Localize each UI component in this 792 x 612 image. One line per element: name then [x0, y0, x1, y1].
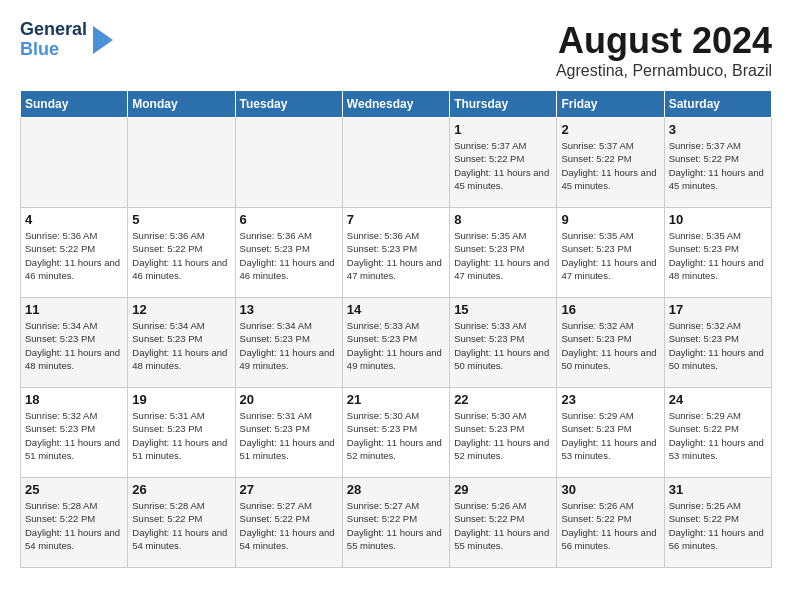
day-info: Sunrise: 5:31 AM Sunset: 5:23 PM Dayligh…	[240, 409, 338, 462]
calendar-cell: 2Sunrise: 5:37 AM Sunset: 5:22 PM Daylig…	[557, 118, 664, 208]
day-info: Sunrise: 5:37 AM Sunset: 5:22 PM Dayligh…	[454, 139, 552, 192]
calendar-header-row: SundayMondayTuesdayWednesdayThursdayFrid…	[21, 91, 772, 118]
day-info: Sunrise: 5:32 AM Sunset: 5:23 PM Dayligh…	[25, 409, 123, 462]
day-number: 27	[240, 482, 338, 497]
logo-arrow-icon	[93, 26, 113, 54]
day-number: 3	[669, 122, 767, 137]
calendar-cell: 6Sunrise: 5:36 AM Sunset: 5:23 PM Daylig…	[235, 208, 342, 298]
day-of-week-header: Monday	[128, 91, 235, 118]
page-header: GeneralBlue August 2024 Agrestina, Perna…	[20, 20, 772, 80]
day-of-week-header: Wednesday	[342, 91, 449, 118]
day-number: 10	[669, 212, 767, 227]
day-number: 18	[25, 392, 123, 407]
day-info: Sunrise: 5:29 AM Sunset: 5:22 PM Dayligh…	[669, 409, 767, 462]
calendar-cell: 19Sunrise: 5:31 AM Sunset: 5:23 PM Dayli…	[128, 388, 235, 478]
day-number: 7	[347, 212, 445, 227]
day-info: Sunrise: 5:36 AM Sunset: 5:22 PM Dayligh…	[25, 229, 123, 282]
day-info: Sunrise: 5:25 AM Sunset: 5:22 PM Dayligh…	[669, 499, 767, 552]
calendar-cell: 17Sunrise: 5:32 AM Sunset: 5:23 PM Dayli…	[664, 298, 771, 388]
day-of-week-header: Saturday	[664, 91, 771, 118]
day-of-week-header: Tuesday	[235, 91, 342, 118]
day-info: Sunrise: 5:35 AM Sunset: 5:23 PM Dayligh…	[561, 229, 659, 282]
day-info: Sunrise: 5:34 AM Sunset: 5:23 PM Dayligh…	[132, 319, 230, 372]
day-number: 30	[561, 482, 659, 497]
calendar-table: SundayMondayTuesdayWednesdayThursdayFrid…	[20, 90, 772, 568]
day-of-week-header: Friday	[557, 91, 664, 118]
day-number: 8	[454, 212, 552, 227]
calendar-cell: 15Sunrise: 5:33 AM Sunset: 5:23 PM Dayli…	[450, 298, 557, 388]
title-block: August 2024 Agrestina, Pernambuco, Brazi…	[556, 20, 772, 80]
day-number: 9	[561, 212, 659, 227]
calendar-cell: 12Sunrise: 5:34 AM Sunset: 5:23 PM Dayli…	[128, 298, 235, 388]
day-info: Sunrise: 5:28 AM Sunset: 5:22 PM Dayligh…	[25, 499, 123, 552]
logo-text: GeneralBlue	[20, 20, 87, 60]
calendar-cell: 29Sunrise: 5:26 AM Sunset: 5:22 PM Dayli…	[450, 478, 557, 568]
day-number: 20	[240, 392, 338, 407]
day-of-week-header: Thursday	[450, 91, 557, 118]
day-info: Sunrise: 5:27 AM Sunset: 5:22 PM Dayligh…	[347, 499, 445, 552]
day-number: 12	[132, 302, 230, 317]
day-number: 31	[669, 482, 767, 497]
day-info: Sunrise: 5:26 AM Sunset: 5:22 PM Dayligh…	[454, 499, 552, 552]
svg-marker-0	[93, 26, 113, 54]
day-of-week-header: Sunday	[21, 91, 128, 118]
calendar-cell: 24Sunrise: 5:29 AM Sunset: 5:22 PM Dayli…	[664, 388, 771, 478]
calendar-cell: 9Sunrise: 5:35 AM Sunset: 5:23 PM Daylig…	[557, 208, 664, 298]
calendar-cell: 27Sunrise: 5:27 AM Sunset: 5:22 PM Dayli…	[235, 478, 342, 568]
day-number: 21	[347, 392, 445, 407]
calendar-cell	[21, 118, 128, 208]
calendar-cell: 25Sunrise: 5:28 AM Sunset: 5:22 PM Dayli…	[21, 478, 128, 568]
day-info: Sunrise: 5:35 AM Sunset: 5:23 PM Dayligh…	[454, 229, 552, 282]
day-number: 5	[132, 212, 230, 227]
day-info: Sunrise: 5:31 AM Sunset: 5:23 PM Dayligh…	[132, 409, 230, 462]
day-number: 1	[454, 122, 552, 137]
day-info: Sunrise: 5:30 AM Sunset: 5:23 PM Dayligh…	[454, 409, 552, 462]
calendar-cell: 14Sunrise: 5:33 AM Sunset: 5:23 PM Dayli…	[342, 298, 449, 388]
day-number: 16	[561, 302, 659, 317]
day-info: Sunrise: 5:30 AM Sunset: 5:23 PM Dayligh…	[347, 409, 445, 462]
day-info: Sunrise: 5:32 AM Sunset: 5:23 PM Dayligh…	[561, 319, 659, 372]
day-info: Sunrise: 5:37 AM Sunset: 5:22 PM Dayligh…	[669, 139, 767, 192]
day-info: Sunrise: 5:26 AM Sunset: 5:22 PM Dayligh…	[561, 499, 659, 552]
day-info: Sunrise: 5:28 AM Sunset: 5:22 PM Dayligh…	[132, 499, 230, 552]
calendar-cell	[342, 118, 449, 208]
location: Agrestina, Pernambuco, Brazil	[556, 62, 772, 80]
day-number: 13	[240, 302, 338, 317]
day-info: Sunrise: 5:36 AM Sunset: 5:23 PM Dayligh…	[240, 229, 338, 282]
calendar-cell: 22Sunrise: 5:30 AM Sunset: 5:23 PM Dayli…	[450, 388, 557, 478]
calendar-cell: 8Sunrise: 5:35 AM Sunset: 5:23 PM Daylig…	[450, 208, 557, 298]
calendar-cell: 7Sunrise: 5:36 AM Sunset: 5:23 PM Daylig…	[342, 208, 449, 298]
day-info: Sunrise: 5:34 AM Sunset: 5:23 PM Dayligh…	[240, 319, 338, 372]
day-number: 6	[240, 212, 338, 227]
calendar-cell: 23Sunrise: 5:29 AM Sunset: 5:23 PM Dayli…	[557, 388, 664, 478]
day-number: 2	[561, 122, 659, 137]
calendar-cell: 21Sunrise: 5:30 AM Sunset: 5:23 PM Dayli…	[342, 388, 449, 478]
day-info: Sunrise: 5:37 AM Sunset: 5:22 PM Dayligh…	[561, 139, 659, 192]
day-number: 4	[25, 212, 123, 227]
calendar-week-row: 25Sunrise: 5:28 AM Sunset: 5:22 PM Dayli…	[21, 478, 772, 568]
calendar-week-row: 11Sunrise: 5:34 AM Sunset: 5:23 PM Dayli…	[21, 298, 772, 388]
calendar-cell: 13Sunrise: 5:34 AM Sunset: 5:23 PM Dayli…	[235, 298, 342, 388]
calendar-cell: 20Sunrise: 5:31 AM Sunset: 5:23 PM Dayli…	[235, 388, 342, 478]
day-number: 29	[454, 482, 552, 497]
day-number: 19	[132, 392, 230, 407]
day-number: 28	[347, 482, 445, 497]
day-info: Sunrise: 5:27 AM Sunset: 5:22 PM Dayligh…	[240, 499, 338, 552]
day-number: 23	[561, 392, 659, 407]
logo: GeneralBlue	[20, 20, 113, 60]
calendar-cell: 31Sunrise: 5:25 AM Sunset: 5:22 PM Dayli…	[664, 478, 771, 568]
calendar-week-row: 1Sunrise: 5:37 AM Sunset: 5:22 PM Daylig…	[21, 118, 772, 208]
day-info: Sunrise: 5:29 AM Sunset: 5:23 PM Dayligh…	[561, 409, 659, 462]
calendar-cell	[235, 118, 342, 208]
calendar-cell: 16Sunrise: 5:32 AM Sunset: 5:23 PM Dayli…	[557, 298, 664, 388]
calendar-week-row: 4Sunrise: 5:36 AM Sunset: 5:22 PM Daylig…	[21, 208, 772, 298]
day-number: 25	[25, 482, 123, 497]
day-info: Sunrise: 5:33 AM Sunset: 5:23 PM Dayligh…	[454, 319, 552, 372]
day-info: Sunrise: 5:36 AM Sunset: 5:23 PM Dayligh…	[347, 229, 445, 282]
calendar-week-row: 18Sunrise: 5:32 AM Sunset: 5:23 PM Dayli…	[21, 388, 772, 478]
day-info: Sunrise: 5:34 AM Sunset: 5:23 PM Dayligh…	[25, 319, 123, 372]
calendar-cell: 30Sunrise: 5:26 AM Sunset: 5:22 PM Dayli…	[557, 478, 664, 568]
calendar-cell: 10Sunrise: 5:35 AM Sunset: 5:23 PM Dayli…	[664, 208, 771, 298]
day-number: 24	[669, 392, 767, 407]
day-number: 22	[454, 392, 552, 407]
